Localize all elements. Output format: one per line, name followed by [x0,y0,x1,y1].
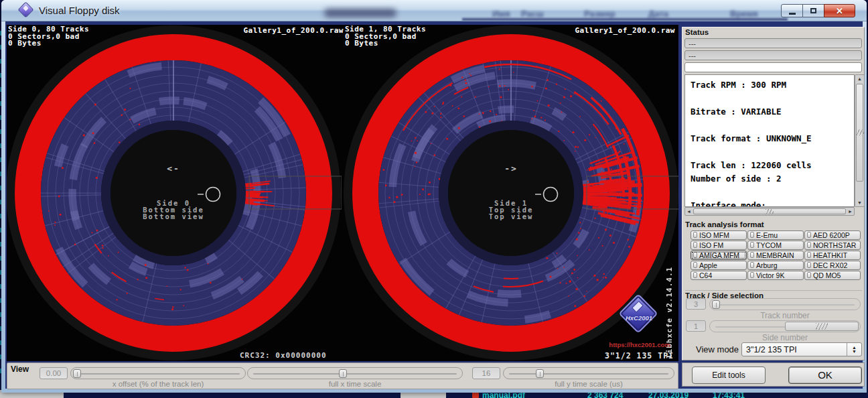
format-button-label: Victor 9K [756,271,784,279]
disk-view-side-0[interactable]: <-Side 0Bottom sideBottom view [7,25,342,361]
format-button-label: C64 [699,271,712,279]
format-button-victor-9k[interactable]: Victor 9K [747,271,804,280]
x-offset-value: 0.00 [40,367,68,379]
media-type-label: 3"1/2 135 TPI [536,351,674,360]
action-panel: Edit tools OK [682,362,865,387]
track-number-slider[interactable] [709,298,861,310]
side-slider-thumb[interactable] [785,322,859,331]
disk1-filename: Gallery1_of_200.0.raw [537,26,675,35]
vscroll-thumb[interactable] [856,84,863,182]
format-button-dec-rx02[interactable]: DEC RX02 [804,261,861,270]
format-button-iso-mfm[interactable]: ISO MFM [691,230,747,240]
checkbox-icon [750,262,754,268]
format-button-label: TYCOM [756,241,782,249]
format-button-label: NORTHSTAR [813,241,856,249]
maximize-button[interactable] [802,4,824,17]
side-number-value: 1 [686,320,706,332]
background-column-header: Размер [584,9,616,19]
app-icon [17,1,33,17]
checkbox-icon [807,252,811,258]
info-line: Number of side : 2 [691,172,854,186]
disk-center-label: Bottom view [143,212,204,220]
background-column-header: Имя [492,9,510,19]
format-button-aed-6200p[interactable]: AED 6200P [804,230,861,240]
checkbox-icon [693,272,697,278]
format-button-qd-mo5[interactable]: QD MO5 [804,271,861,280]
format-button-tycom[interactable]: TYCOM [747,241,804,250]
format-button-amiga-mfm[interactable]: AMIGA MFM [691,251,747,260]
track-number-value: 3 [686,298,706,310]
status-field-1: --- [684,38,862,48]
close-icon: ✕ [836,6,843,16]
title-bar[interactable]: ИмяРасшРазмерДатаВремя Visual Floppy dis… [1,0,867,21]
spinner-arrows-icon[interactable]: ▲▼ [847,343,861,356]
disk-center-label: Top view [489,212,534,220]
format-button-label: ISO FM [699,241,723,249]
y-scale-thumb[interactable] [536,369,544,378]
track-info-box[interactable]: Track RPM : 300 RPM Bitrate : VARIABLE T… [684,74,855,207]
view-label: View [11,364,29,374]
info-line [691,145,854,159]
track-slider-thumb[interactable] [712,300,720,309]
scroll-left-icon[interactable]: ◄ [686,209,691,214]
y-scale-caption: full y time scale (us) [503,380,674,388]
info-horizontal-scrollbar[interactable]: ◄ ► [684,207,855,216]
format-button-iso-fm[interactable]: ISO FM [691,241,747,250]
hscroll-thumb[interactable] [693,208,846,214]
view-toolbar: View 0.00 x offset (% of the track len) … [7,362,678,389]
side-number-slider[interactable] [709,320,861,332]
close-button[interactable]: ✕ [824,4,855,17]
checkbox-icon [750,252,754,258]
index-mark-icon [544,188,558,202]
format-button-label: AMIGA MFM [699,251,739,259]
rotation-arrow-icon: <- [167,163,180,174]
checkbox-icon [807,232,811,238]
minimize-button[interactable] [781,4,803,17]
info-line [691,119,854,132]
format-button-label: MEMBRAIN [756,251,794,259]
x-offset-thumb[interactable] [73,369,81,378]
x-scale-slider[interactable] [247,367,463,379]
floppy-logo-icon [618,293,658,333]
format-button-label: Arburg [756,261,778,269]
info-line [691,186,854,199]
format-button-label: ISO MFM [699,231,729,239]
view-mode-value: 3"1/2 135 TPI [742,345,847,354]
format-button-northstar[interactable]: NORTHSTAR [804,241,861,250]
format-button-apple[interactable]: Apple [691,261,747,270]
format-button-e-emu[interactable]: E-Emu [747,230,804,240]
checkbox-icon [807,242,811,248]
side-number-caption: Side number [709,333,861,342]
checkbox-icon [693,262,697,268]
format-button-arburg[interactable]: Arburg [747,261,804,270]
x-scale-thumb[interactable] [339,369,347,378]
format-button-membrain[interactable]: MEMBRAIN [747,251,804,260]
scroll-right-icon[interactable]: ► [848,209,853,214]
info-vertical-scrollbar[interactable]: ▲ ▼ [855,74,865,207]
ok-button[interactable]: OK [788,367,862,384]
disk0-filename: Gallery1_of_200.0.raw [206,26,344,35]
scroll-down-icon[interactable]: ▼ [855,200,864,205]
y-scale-slider[interactable] [503,367,674,379]
view-mode-select[interactable]: 3"1/2 135 TPI ▲▼ [741,342,862,356]
status-field-3 [684,62,862,72]
checkbox-icon [693,232,697,238]
checkbox-icon [750,272,754,278]
edit-tools-button[interactable]: Edit tools [692,367,766,384]
side-panel: Status --- --- Track RPM : 300 RPM Bitra… [682,27,865,360]
x-scale-caption: full x time scale [247,380,463,388]
status-field-2: --- [684,50,862,60]
screen: manual.pdf 2 363 724 27.03.2019 17:43:41… [0,0,868,398]
crc32-value: CRC32: 0x00000000 [240,351,327,360]
window-title: Visual Floppy disk [39,5,120,16]
x-offset-slider[interactable] [70,367,246,379]
view-mode-label: View mode [696,344,739,354]
checkbox-icon [693,242,697,248]
format-button-heathkit[interactable]: HEATHKIT [804,251,861,260]
format-button-label: E-Emu [756,231,778,239]
desktop-fragment [401,392,446,398]
format-button-c64[interactable]: C64 [691,271,747,280]
maximize-icon [810,8,816,13]
scroll-up-icon[interactable]: ▲ [855,76,864,81]
checkbox-icon [807,272,811,278]
